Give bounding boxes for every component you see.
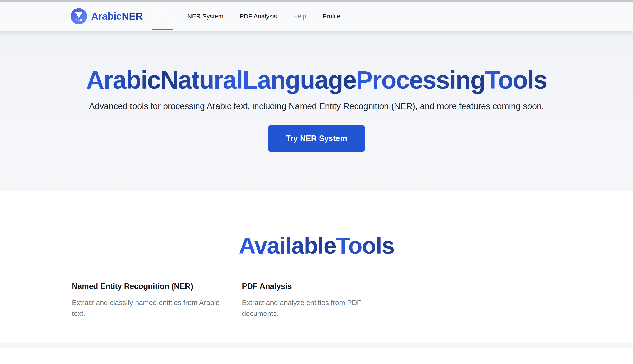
main-nav: HomeNER SystemPDF AnalysisHelpProfile [154,2,340,31]
tool-card: Named Entity Recognition (NER)Extract an… [72,282,221,319]
logo-ner-text: NER [76,18,82,22]
brand-name[interactable]: ArabicNER [91,10,142,22]
brand[interactable]: NER ArabicNER [71,8,142,24]
hero-title: ArabicNaturalLanguageProcessingTools [0,66,633,94]
gradient-word: Natural [160,66,242,94]
nav-item-profile[interactable]: Profile [322,2,340,31]
window-top-edge [0,0,633,2]
available-tools-heading: AvailableTools [0,233,633,258]
hero-section: ArabicNaturalLanguageProcessingTools Adv… [0,31,633,191]
gradient-word: Tools [485,66,547,94]
try-ner-system-button[interactable]: Try NER System [268,125,365,152]
navbar: NER ArabicNER HomeNER SystemPDF Analysis… [0,2,633,31]
nav-link-home[interactable]: Home [154,13,171,20]
tools-section: AvailableTools Named Entity Recognition … [0,191,633,343]
nav-link-profile[interactable]: Profile [322,13,340,20]
nav-list: HomeNER SystemPDF AnalysisHelpProfile [154,2,340,31]
gradient-word: Processing [356,66,485,94]
app-logo-icon[interactable]: NER [71,8,87,24]
tools-grid: Named Entity Recognition (NER)Extract an… [66,282,568,319]
gradient-word: Available [239,232,336,259]
nav-link-help[interactable]: Help [293,13,306,20]
nav-item-help[interactable]: Help [293,2,306,31]
nav-link-pdf-analysis[interactable]: PDF Analysis [240,13,277,20]
tool-card-description: Extract and analyze entities from PDF do… [242,297,391,319]
tool-card-description: Extract and classify named entities from… [72,297,221,319]
tool-card-title: PDF Analysis [242,282,391,291]
nav-item-ner-system[interactable]: NER System [187,2,223,31]
gradient-word: Language [242,66,356,94]
gradient-word: Tools [336,232,394,259]
footer-strip [0,343,633,348]
tool-card-title: Named Entity Recognition (NER) [72,282,221,291]
hero-subtitle: Advanced tools for processing Arabic tex… [0,101,633,111]
tool-card: PDF AnalysisExtract and analyze entities… [242,282,391,319]
nav-item-home[interactable]: Home [154,2,171,31]
nav-link-ner-system[interactable]: NER System [187,13,223,20]
gradient-word: Arabic [86,66,160,94]
nav-item-pdf-analysis[interactable]: PDF Analysis [240,2,277,31]
triangle-down-icon [75,12,82,18]
